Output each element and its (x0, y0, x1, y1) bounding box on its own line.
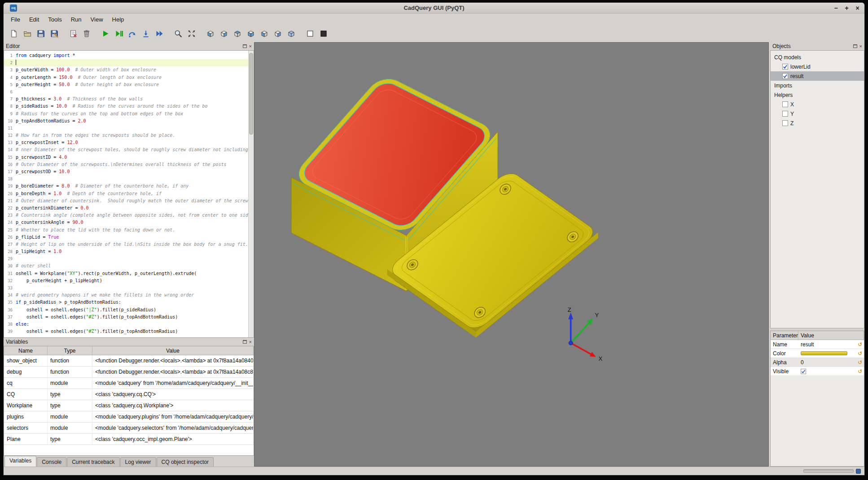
editor-close-button[interactable]: × (249, 44, 252, 48)
tree-item-x[interactable]: X (771, 100, 864, 109)
code-line[interactable]: 25# Whether to place the lid with the to… (4, 227, 248, 234)
view-left-button[interactable] (258, 28, 270, 40)
code-line[interactable]: 21# Outer diameter of countersink. Shoul… (4, 197, 248, 205)
code-line[interactable]: 14# nner Diameter of the screwpost holes… (4, 146, 248, 153)
view-top-button[interactable] (231, 28, 243, 40)
menu-edit[interactable]: Edit (25, 15, 44, 24)
code-line[interactable]: 20p_boreDepth = 1.0 # Depth of the count… (4, 190, 248, 197)
reset-button[interactable]: ↺ (856, 367, 864, 376)
code-line[interactable]: 9# Radius for the curves on the top and … (4, 110, 248, 118)
code-line[interactable]: 33 (4, 284, 248, 292)
parameter-row-color[interactable]: Color↺ (771, 349, 864, 358)
code-line[interactable]: 26p_flipLid = True (4, 234, 248, 241)
code-line[interactable]: 35if p_sideRadius > p_topAndBottomRadius… (4, 299, 248, 306)
minimize-button[interactable]: − (833, 4, 839, 12)
code-line[interactable]: 39 oshell = oshell.edges("#Z").fillet(p_… (4, 328, 248, 335)
code-line[interactable]: 17p_screwpostOD = 10.0 (4, 168, 248, 175)
table-row[interactable]: Workplanetype<class 'cadquery.cq.Workpla… (4, 400, 254, 411)
tree-item-checkbox[interactable] (782, 101, 788, 107)
new-file-button[interactable] (8, 28, 20, 40)
status-indicator[interactable] (856, 469, 861, 474)
parameters-column-header[interactable]: Parameter (771, 331, 798, 340)
code-line[interactable]: 28p_lipHeight = 1.0 (4, 248, 248, 255)
variables-float-button[interactable] (243, 340, 247, 344)
save-as-button[interactable] (48, 28, 60, 40)
code-line[interactable]: 27# Height of lip on the underside of th… (4, 241, 248, 248)
tree-item-imports[interactable]: Imports (771, 81, 864, 90)
fit-all-button[interactable] (185, 28, 197, 40)
menu-file[interactable]: File (6, 15, 25, 24)
menu-view[interactable]: View (86, 15, 108, 24)
visible-checkbox[interactable] (801, 369, 806, 374)
tab-current-traceback[interactable]: Current traceback (67, 457, 119, 467)
view-ortho-button[interactable] (304, 28, 316, 40)
table-row[interactable]: cqmodule<module 'cadquery' from '/home/a… (4, 378, 254, 389)
table-row[interactable]: debugfunction<function Debugger.render.<… (4, 367, 254, 378)
code-line[interactable]: 16# Outer Diameter of the screwposts.\nD… (4, 161, 248, 168)
tree-item-checkbox[interactable] (782, 120, 788, 126)
code-line[interactable]: 30# outer shell (4, 262, 248, 270)
table-row[interactable]: CQtype<class 'cadquery.cq.CQ'> (4, 389, 254, 400)
code-line[interactable]: 3p_outerWidth = 100.0 # Outer width of b… (4, 66, 248, 74)
tab-console[interactable]: Console (37, 457, 66, 467)
parameter-row-alpha[interactable]: Alpha0↺ (771, 358, 864, 367)
table-row[interactable]: Planetype<class 'cadquery.occ_impl.geom.… (4, 434, 254, 445)
view-right-button[interactable] (272, 28, 284, 40)
table-row[interactable]: pluginsmodule<module 'cadquery.plugins' … (4, 411, 254, 423)
parameters-column-header[interactable]: Value (798, 331, 864, 340)
variables-column-header[interactable]: Value (92, 346, 254, 355)
tree-item-result[interactable]: result (771, 71, 864, 81)
tree-item-lowerlid[interactable]: lowerLid (771, 62, 864, 71)
tree-item-checkbox[interactable] (782, 64, 788, 70)
menu-run[interactable]: Run (66, 15, 86, 24)
code-line[interactable]: 19p_boreDiameter = 8.0 # Diameter of the… (4, 183, 248, 190)
step-over-button[interactable] (126, 28, 138, 40)
debug-button[interactable] (113, 28, 125, 40)
view-front-button[interactable] (204, 28, 216, 40)
editor-float-button[interactable] (243, 44, 247, 48)
code-line[interactable]: 6 (4, 88, 248, 96)
view-shaded-button[interactable] (317, 28, 329, 40)
parameter-row-visible[interactable]: Visible↺ (771, 367, 864, 376)
code-line[interactable]: 1from cadquery import * (4, 52, 248, 59)
tree-item-checkbox[interactable] (782, 111, 788, 117)
menu-help[interactable]: Help (108, 15, 129, 24)
parameter-value[interactable] (798, 369, 856, 374)
variables-column-header[interactable]: Type (48, 346, 92, 355)
tab-log-viewer[interactable]: Log viewer (120, 457, 156, 467)
view-bottom-button[interactable] (245, 28, 257, 40)
code-line[interactable]: 22p_countersinkDiameter = 0.0 (4, 205, 248, 212)
objects-float-button[interactable] (853, 44, 857, 48)
code-line[interactable]: 12# How far in from the edges the screwp… (4, 132, 248, 139)
tree-item-checkbox[interactable] (782, 73, 788, 79)
clear-button[interactable] (67, 28, 79, 40)
code-line[interactable]: 23# Countersink angle (complete angle be… (4, 212, 248, 219)
maximize-button[interactable]: + (843, 4, 850, 12)
table-row[interactable]: show_objectfunction<function Debugger.re… (4, 355, 254, 367)
tab-cq-object-inspector[interactable]: CQ object inspector (157, 457, 214, 467)
code-line[interactable]: 32 p_outerHeight + p_lipHeight) (4, 277, 248, 284)
objects-close-button[interactable]: × (859, 44, 862, 48)
code-line[interactable]: 2 (4, 59, 248, 66)
tree-item-z[interactable]: Z (771, 118, 864, 128)
code-line[interactable]: 38else: (4, 321, 248, 328)
code-line[interactable]: 8p_sideRadius = 10.0 # Radius for the cu… (4, 103, 248, 110)
code-line[interactable]: 36 oshell = oshell.edges("|Z").fillet(p_… (4, 306, 248, 314)
reset-button[interactable]: ↺ (856, 358, 864, 367)
delete-button[interactable] (80, 28, 92, 40)
code-line[interactable]: 37 oshell = oshell.edges("#Z").fillet(p_… (4, 314, 248, 321)
view-back-button[interactable] (218, 28, 230, 40)
reset-button[interactable]: ↺ (856, 340, 864, 349)
parameter-value[interactable] (798, 351, 856, 355)
editor-scrollbar-thumb[interactable] (249, 53, 253, 135)
zoom-button[interactable] (172, 28, 184, 40)
reset-button[interactable]: ↺ (856, 349, 864, 358)
code-line[interactable]: 29 (4, 255, 248, 262)
continue-button[interactable] (153, 28, 165, 40)
variables-close-button[interactable]: × (249, 340, 252, 344)
viewport-3d[interactable]: Z Y X (254, 42, 769, 467)
tree-item-helpers[interactable]: Helpers (771, 90, 864, 100)
code-line[interactable]: 13p_screwpostInset = 12.0 (4, 139, 248, 146)
step-into-button[interactable] (140, 28, 152, 40)
code-line[interactable]: 18 (4, 175, 248, 183)
